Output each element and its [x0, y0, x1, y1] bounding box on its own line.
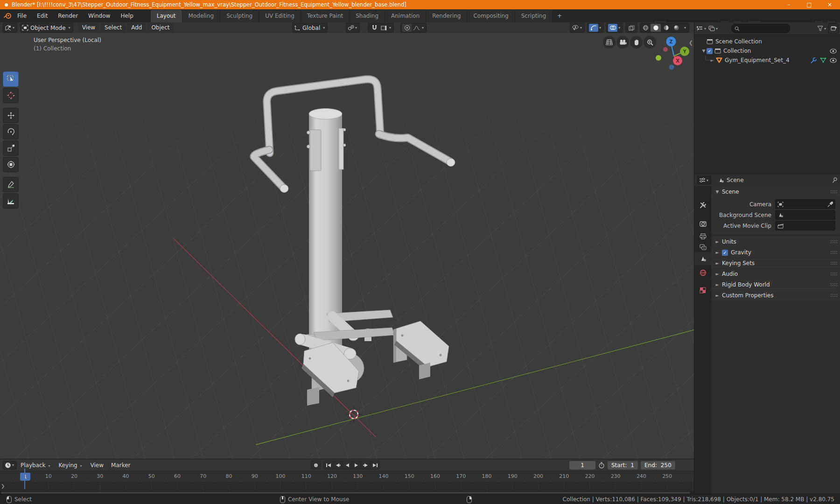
pin-icon[interactable]: [832, 177, 838, 183]
end-frame-field[interactable]: End: 250: [641, 461, 675, 469]
outliner-row-gym-equipment[interactable]: ► Gym_Equipment_Set_4: [694, 56, 840, 65]
start-frame-field[interactable]: Start: 1: [608, 461, 638, 469]
marker-menu[interactable]: Marker: [107, 462, 134, 469]
add-workspace-button[interactable]: +: [553, 10, 567, 22]
outliner-filter[interactable]: ▾: [817, 26, 827, 31]
tab-uv-editing[interactable]: UV Editing: [259, 10, 301, 22]
search-input[interactable]: [740, 25, 779, 32]
transform-tool[interactable]: [3, 157, 19, 172]
eye-icon[interactable]: [830, 58, 837, 63]
custom-properties-panel-header[interactable]: ► Custom Properties: [712, 290, 840, 301]
tab-layout[interactable]: Layout: [151, 10, 182, 22]
region-expand-chevron[interactable]: ❯: [1, 483, 5, 489]
camera-field[interactable]: [775, 199, 835, 209]
tab-view-layer[interactable]: [694, 240, 711, 253]
tab-texture-paint[interactable]: Texture Paint: [301, 10, 350, 22]
transform-orientation-selector[interactable]: Global ▾: [292, 23, 328, 33]
drag-handle-icon[interactable]: [830, 261, 837, 265]
shading-rendered-button[interactable]: [671, 24, 681, 32]
object-type-visibility[interactable]: ▾: [570, 23, 585, 33]
outliner-filter-display[interactable]: ▾: [708, 26, 719, 31]
jump-to-next-keyframe-button[interactable]: [361, 461, 371, 469]
tab-shading[interactable]: Shading: [350, 10, 385, 22]
3d-cursor[interactable]: [345, 406, 362, 423]
new-collection-button[interactable]: [828, 23, 839, 34]
outliner-item-label[interactable]: Gym_Equipment_Set_4: [725, 57, 790, 63]
scene-panel-header[interactable]: ▼ Scene: [712, 187, 840, 197]
shading-solid-button[interactable]: [651, 24, 661, 32]
tab-tool[interactable]: [694, 198, 711, 211]
tab-texture[interactable]: [694, 284, 711, 297]
pan-view-button[interactable]: [630, 36, 643, 49]
eyedropper-icon[interactable]: [827, 202, 833, 207]
drag-handle-icon[interactable]: [830, 240, 837, 244]
timeline-ruler[interactable]: 1 10203040506070809010011012013014015016…: [0, 471, 694, 483]
add-menu[interactable]: Add: [127, 23, 146, 33]
proportional-falloff-selector[interactable]: [412, 24, 421, 32]
show-overlays-toggle[interactable]: [608, 24, 617, 32]
audio-panel-header[interactable]: ► Audio: [712, 269, 840, 279]
tab-scene[interactable]: [694, 252, 711, 265]
disclosure-triangle[interactable]: ▼: [701, 49, 707, 53]
tab-animation[interactable]: Animation: [385, 10, 426, 22]
properties-editor-type[interactable]: ▾: [697, 176, 711, 184]
tab-render[interactable]: [694, 217, 711, 230]
gravity-checkbox[interactable]: ✓: [722, 250, 728, 256]
menu-edit[interactable]: Edit: [32, 10, 53, 22]
play-button[interactable]: [352, 461, 361, 469]
gravity-panel-header[interactable]: ► ✓ Gravity: [712, 247, 840, 258]
outliner-search[interactable]: [731, 24, 790, 33]
menu-render[interactable]: Render: [53, 10, 83, 22]
tab-world[interactable]: [694, 266, 711, 279]
close-button[interactable]: ×: [819, 0, 840, 9]
sidebar-collapse-chevron[interactable]: ❮: [689, 40, 693, 46]
select-box-tool[interactable]: [3, 71, 19, 87]
object-menu[interactable]: Object: [147, 23, 174, 33]
move-tool[interactable]: [3, 108, 19, 123]
tab-scripting[interactable]: Scripting: [515, 10, 553, 22]
tab-sculpting[interactable]: Sculpting: [220, 10, 259, 22]
outliner-row-collection[interactable]: ▼ ✓ Collection: [694, 46, 840, 56]
drag-handle-icon[interactable]: [830, 283, 837, 287]
drag-handle-icon[interactable]: [830, 294, 837, 297]
timeline-tracks[interactable]: ❯: [0, 483, 694, 491]
timeline-editor-type[interactable]: ▾: [3, 461, 17, 469]
blender-logo-icon[interactable]: [4, 13, 12, 19]
proportional-editing-toggle[interactable]: [402, 24, 412, 32]
current-frame-field[interactable]: 1: [569, 461, 595, 469]
view-menu-timeline[interactable]: View: [87, 462, 107, 469]
maximize-button[interactable]: □: [799, 0, 819, 9]
view-menu[interactable]: View: [78, 23, 99, 33]
rigid-body-world-panel-header[interactable]: ► Rigid Body World: [712, 280, 840, 290]
menu-window[interactable]: Window: [83, 10, 115, 22]
drag-handle-icon[interactable]: [830, 190, 837, 194]
editor-type-selector[interactable]: ▾: [3, 23, 17, 33]
jump-to-prev-keyframe-button[interactable]: [333, 461, 343, 469]
pivot-point-selector[interactable]: ▾: [346, 23, 360, 33]
menu-help[interactable]: Help: [115, 10, 138, 22]
keying-menu[interactable]: Keying ▾: [55, 462, 86, 469]
orthographic-view-button[interactable]: [603, 36, 616, 49]
scale-tool[interactable]: [3, 140, 19, 156]
outliner-item-label[interactable]: Scene Collection: [715, 38, 762, 45]
cursor-tool[interactable]: [3, 88, 19, 103]
snap-target-selector[interactable]: [379, 24, 388, 32]
background-scene-field[interactable]: [775, 210, 835, 220]
3d-viewport[interactable]: User Perspective (Local) (1) Collection …: [0, 33, 694, 459]
tab-compositing[interactable]: Compositing: [467, 10, 515, 22]
shading-material-button[interactable]: [661, 24, 671, 32]
menu-file[interactable]: File: [12, 10, 32, 22]
navigation-gizmo[interactable]: Z Y X: [652, 34, 694, 77]
current-frame-indicator[interactable]: 1: [20, 473, 30, 481]
collection-checkbox[interactable]: ✓: [707, 48, 713, 54]
tab-modeling[interactable]: Modeling: [182, 10, 221, 22]
play-reverse-button[interactable]: [343, 461, 352, 469]
drag-handle-icon[interactable]: [830, 251, 837, 254]
minimize-button[interactable]: –: [778, 0, 799, 9]
active-movie-clip-field[interactable]: [775, 221, 835, 231]
tab-rendering[interactable]: Rendering: [426, 10, 467, 22]
mode-selector[interactable]: Object Mode ▾: [20, 23, 73, 33]
shading-wireframe-button[interactable]: [640, 24, 651, 32]
playhead[interactable]: [24, 469, 25, 489]
keying-sets-panel-header[interactable]: ► Keying Sets: [712, 258, 840, 268]
